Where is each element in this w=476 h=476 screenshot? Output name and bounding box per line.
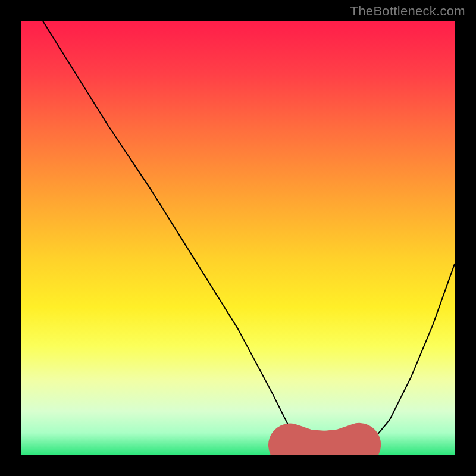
chart-frame: TheBottleneck.com [0, 0, 476, 476]
flat-marker-path [290, 444, 359, 452]
plot-area [21, 21, 455, 455]
watermark-text: TheBottleneck.com [350, 4, 465, 19]
v-curve-path [43, 21, 455, 452]
chart-svg [21, 21, 455, 455]
